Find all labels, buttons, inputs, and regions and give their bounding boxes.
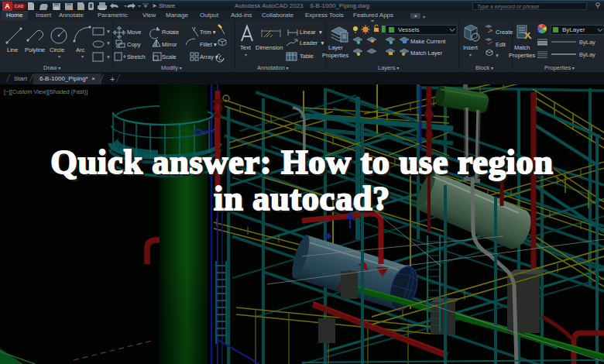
svg-text:ByLayer: ByLayer — [562, 26, 585, 33]
svg-text:Vessels: Vessels — [398, 26, 420, 33]
svg-text:ByLay: ByLay — [579, 39, 595, 46]
svg-text:ByLay: ByLay — [579, 51, 595, 58]
